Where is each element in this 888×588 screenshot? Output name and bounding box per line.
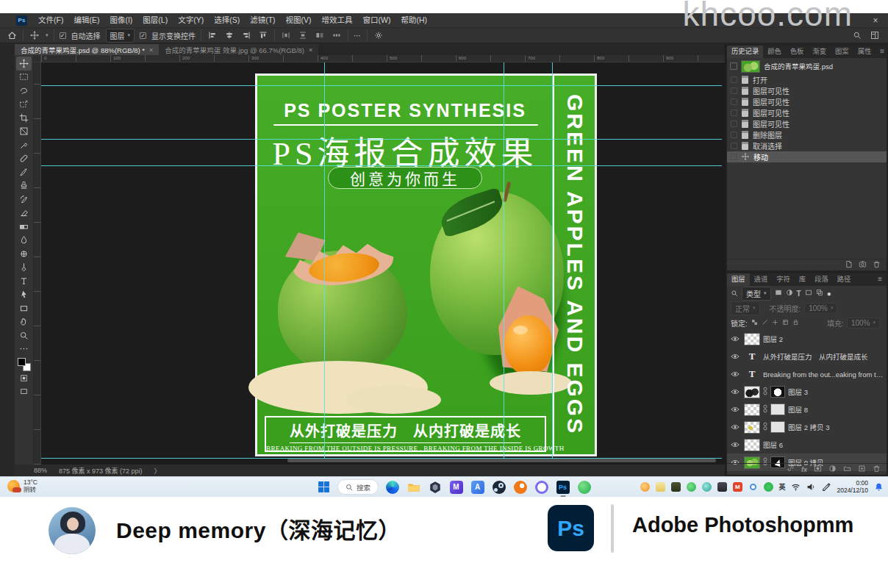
opacity-field[interactable]: 100%▾ bbox=[804, 303, 837, 314]
history-state-row[interactable]: 图层可见性 bbox=[727, 96, 887, 107]
status-arrow-icon[interactable]: 〉 bbox=[154, 466, 161, 476]
new-layer-icon[interactable] bbox=[858, 465, 866, 474]
history-state-row[interactable]: 移动 bbox=[727, 151, 887, 162]
layer-thumbnail[interactable] bbox=[744, 439, 760, 451]
pen-tool-icon[interactable] bbox=[16, 261, 32, 275]
lock-position-icon[interactable] bbox=[772, 319, 778, 327]
distribute-horizontal-icon[interactable] bbox=[280, 29, 292, 41]
layer-thumbnail[interactable] bbox=[744, 386, 760, 398]
hand-tool-icon[interactable] bbox=[16, 315, 32, 329]
eye-icon[interactable] bbox=[729, 387, 741, 396]
layer-thumbnail[interactable] bbox=[744, 421, 760, 434]
lock-artboard-icon[interactable] bbox=[782, 319, 789, 327]
arrange-panels-icon[interactable] bbox=[869, 29, 881, 41]
zoom-level[interactable]: 88% bbox=[34, 467, 47, 474]
panel-tab[interactable]: 字符 bbox=[772, 273, 795, 286]
eye-icon[interactable] bbox=[729, 405, 741, 414]
menu-item[interactable]: 窗口(W) bbox=[358, 13, 396, 27]
distribute-vertical-icon[interactable] bbox=[297, 29, 309, 41]
history-source-box[interactable] bbox=[731, 110, 737, 116]
menu-item[interactable]: 图层(L) bbox=[137, 13, 173, 27]
tray-dark-tray[interactable] bbox=[717, 481, 727, 492]
filter-type-dropdown[interactable]: 类型▾ bbox=[742, 287, 771, 301]
new-snapshot-icon[interactable] bbox=[859, 260, 867, 270]
panel-tab[interactable]: 通道 bbox=[750, 273, 773, 286]
taskbar-app-edge-browser[interactable] bbox=[384, 479, 400, 495]
wifi-icon[interactable] bbox=[790, 481, 801, 492]
menu-item[interactable]: 文字(Y) bbox=[173, 13, 209, 27]
history-state-row[interactable]: 取消选择 bbox=[727, 140, 887, 151]
shape-filter-icon[interactable] bbox=[805, 289, 812, 298]
menu-item[interactable]: 帮助(H) bbox=[396, 13, 433, 27]
layer-effects-icon[interactable]: fx bbox=[801, 466, 807, 473]
new-group-icon[interactable] bbox=[843, 465, 851, 474]
align-center-icon[interactable] bbox=[223, 29, 235, 41]
align-left-icon[interactable] bbox=[207, 29, 218, 41]
link-layers-icon[interactable] bbox=[787, 465, 795, 474]
taskbar-search[interactable]: 搜索 bbox=[337, 479, 379, 495]
panel-tab[interactable]: 颜色 bbox=[763, 46, 786, 58]
gradient-tool-icon[interactable] bbox=[16, 220, 32, 234]
tray-green-tray[interactable] bbox=[686, 481, 696, 492]
layer-mask-thumbnail[interactable] bbox=[770, 421, 785, 433]
screen-mode-icon[interactable] bbox=[16, 385, 32, 399]
taskbar-app-orange-app[interactable] bbox=[512, 479, 528, 495]
object-selection-tool-icon[interactable] bbox=[16, 98, 32, 112]
chevron-down-icon[interactable]: ▾ bbox=[46, 32, 49, 38]
panel-tab[interactable]: 段落 bbox=[810, 273, 833, 286]
tray-olive-tray[interactable] bbox=[670, 481, 681, 492]
tray-yellow-tray[interactable] bbox=[655, 481, 665, 492]
pen-icon[interactable] bbox=[821, 481, 831, 492]
tray-teal-tray[interactable] bbox=[701, 481, 712, 492]
tray-orange-tray[interactable] bbox=[640, 481, 650, 492]
history-source-box[interactable] bbox=[731, 154, 737, 160]
history-source-box[interactable] bbox=[731, 121, 737, 127]
menu-item[interactable]: 选择(S) bbox=[209, 13, 245, 27]
smart-object-filter-icon[interactable] bbox=[816, 289, 823, 298]
panel-menu-icon[interactable]: ≡ bbox=[873, 273, 887, 286]
canvas-area[interactable]: 0100200300400500600700800900 bbox=[34, 55, 725, 465]
panel-tab[interactable]: 库 bbox=[795, 273, 810, 286]
language-indicator[interactable]: 英 bbox=[778, 482, 785, 492]
tray-green-dot-tray[interactable] bbox=[763, 481, 773, 492]
healing-tool-icon[interactable] bbox=[16, 152, 32, 166]
taskbar-app-a-app[interactable]: A bbox=[470, 479, 485, 495]
layer-row[interactable]: 图层 8 bbox=[727, 401, 887, 418]
menu-item[interactable]: 编辑(E) bbox=[68, 13, 104, 27]
layer-row[interactable]: 图层 3 bbox=[727, 383, 887, 401]
taskbar-app-ring-app[interactable] bbox=[534, 479, 549, 495]
eye-icon[interactable] bbox=[729, 352, 741, 361]
move-tool-icon[interactable] bbox=[29, 29, 40, 41]
menu-item[interactable]: 视图(V) bbox=[281, 13, 317, 27]
document-tab[interactable]: 合成的青苹果鸡蛋.psd @ 88%(RGB/8) *× bbox=[15, 44, 159, 55]
history-state-row[interactable]: 图层可见性 bbox=[727, 85, 887, 96]
eye-icon[interactable] bbox=[729, 334, 741, 343]
auto-select-checkbox[interactable]: ✓ bbox=[60, 32, 66, 39]
delete-layer-icon[interactable] bbox=[873, 465, 881, 474]
panel-tab[interactable]: 历史记录 bbox=[727, 46, 763, 58]
tray-blue-ring-tray[interactable] bbox=[748, 481, 758, 492]
panel-tab[interactable]: 色板 bbox=[786, 46, 809, 58]
menu-item[interactable]: 图像(I) bbox=[104, 13, 137, 27]
panel-tab[interactable]: 图层 bbox=[727, 273, 750, 286]
adjustment-layer-icon[interactable] bbox=[828, 465, 837, 474]
history-state-row[interactable]: 图层可见性 bbox=[727, 107, 887, 118]
panel-tab[interactable]: 渐变 bbox=[808, 46, 831, 58]
taskbar-app-photoshop[interactable]: Ps bbox=[555, 479, 570, 495]
layer-thumbnail[interactable] bbox=[744, 404, 760, 416]
panel-tab[interactable]: 属性 bbox=[853, 46, 876, 58]
distribute-centers-icon[interactable] bbox=[314, 29, 326, 41]
shape-tool-icon[interactable] bbox=[16, 301, 32, 315]
fill-field[interactable]: 100%▾ bbox=[847, 318, 880, 329]
taskbar-app-file-explorer[interactable] bbox=[406, 479, 421, 495]
lasso-tool-icon[interactable] bbox=[16, 84, 32, 98]
close-icon[interactable]: × bbox=[863, 15, 888, 26]
tab-close-icon[interactable]: × bbox=[149, 46, 153, 54]
lock-all-icon[interactable] bbox=[792, 319, 799, 327]
eye-icon[interactable] bbox=[729, 440, 741, 449]
layer-row[interactable]: 图层 2 拷贝 3 bbox=[727, 418, 887, 436]
taskbar-app-start[interactable] bbox=[316, 479, 332, 495]
workspace-gear-icon[interactable] bbox=[373, 29, 384, 41]
layer-row[interactable]: 图层 6 bbox=[727, 436, 887, 453]
new-document-from-state-icon[interactable] bbox=[845, 260, 853, 270]
